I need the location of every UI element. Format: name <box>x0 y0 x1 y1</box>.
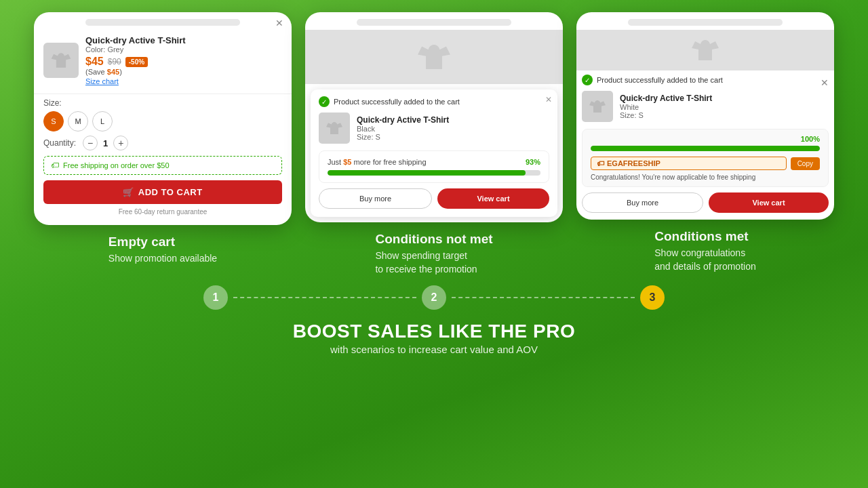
cart-icon-1: 🛒 <box>123 187 134 197</box>
buy-more-btn-3[interactable]: Buy more <box>582 192 703 213</box>
size-chart-link-1[interactable]: Size chart <box>85 77 282 85</box>
phone2-label: Conditions not met Show spending target … <box>375 232 492 276</box>
popup-close-2[interactable]: ✕ <box>545 95 552 104</box>
phone2-scenario-desc: Show spending target to receive the prom… <box>375 249 492 276</box>
size-btn-L-1[interactable]: L <box>92 111 113 131</box>
price-current-1: $45 <box>85 56 104 68</box>
shirt-image-2 <box>324 118 344 138</box>
phone2-bg <box>305 30 563 84</box>
view-cart-btn-2[interactable]: View cart <box>437 188 549 209</box>
qty-plus-btn-1[interactable]: + <box>113 136 128 150</box>
product-thumb-1 <box>43 43 79 78</box>
coupon-code-3: EGAFREESHIP <box>607 159 660 167</box>
view-cart-btn-3[interactable]: View cart <box>709 192 829 213</box>
save-amount-1: $45 <box>107 68 119 76</box>
phone1-label: Empty cart Show promotion available <box>108 235 217 266</box>
popup-product-row-3: Quick-dry Active T-Shirt White Size: S <box>582 91 829 122</box>
phone1: ✕ Quick-dry Active T-Shirt Color: Grey $… <box>34 12 292 225</box>
progress-section-2: Just $5 more for free shipping 93% <box>319 150 549 183</box>
phone3-wrapper: ✕ ✓ Product successfully added to the ca… <box>576 12 834 273</box>
return-guarantee-1: Free 60-day return guarantee <box>34 208 292 222</box>
step-3-circle: 3 <box>640 285 665 310</box>
phone2-wrapper: ✕ ✓ Product successfully added to the ca… <box>305 12 563 276</box>
phone1-close-icon[interactable]: ✕ <box>275 18 283 28</box>
shirt-image-1 <box>49 48 73 73</box>
progress-bar-fill-3 <box>591 146 820 151</box>
success-text-2: Product successfully added to the cart <box>334 98 460 106</box>
product-color-1: Color: Grey <box>85 45 282 54</box>
step-2-circle: 2 <box>422 285 446 310</box>
steps-row: 1 2 3 <box>0 285 868 310</box>
product-info-1: Quick-dry Active T-Shirt Color: Grey $45… <box>85 35 282 85</box>
step-1-circle: 1 <box>203 285 228 310</box>
popup-product-row-2: Quick-dry Active T-Shirt Black Size: S <box>319 113 549 144</box>
success-check-2: ✓ <box>319 96 330 107</box>
product-title-1: Quick-dry Active T-Shirt <box>85 35 282 45</box>
quantity-section-1: Quantity: − 1 + <box>34 136 292 156</box>
coupon-row-3: 🏷 EGAFREESHIP Copy <box>591 157 820 170</box>
qty-value-1: 1 <box>103 138 108 148</box>
tagline-main: BOOST SALES LIKE THE PRO <box>293 321 575 342</box>
quantity-label-1: Quantity: <box>43 138 76 148</box>
progress-pct-2: 93% <box>526 158 540 166</box>
price-row-1: $45 $90 -50% <box>85 56 282 68</box>
coupon-tag-icon-3: 🏷 <box>597 159 604 167</box>
success-header-3: ✓ Product successfully added to the cart <box>582 75 821 85</box>
phone3-scenario-desc: Show congratulations and details of prom… <box>654 247 755 273</box>
discount-badge-1: -50% <box>125 57 148 67</box>
free-shipping-text-1: Free shipping on order over $50 <box>63 161 170 169</box>
qty-minus-btn-1[interactable]: − <box>83 136 98 150</box>
success-check-3: ✓ <box>582 75 593 85</box>
size-section-1: Size: S M L <box>34 98 292 136</box>
congrats-section-3: 100% 🏷 EGAFREESHIP Copy Congratulations!… <box>582 129 829 187</box>
popup-product-title-2: Quick-dry Active T-Shirt <box>357 115 449 125</box>
progress-bar-bg-3 <box>591 146 820 151</box>
progress-label-2: Just $5 more for free shipping <box>328 158 427 166</box>
size-btn-M-1[interactable]: M <box>68 111 88 131</box>
popup-buttons-3: Buy more View cart <box>582 192 829 213</box>
phone2-scenario-title: Conditions not met <box>375 232 492 247</box>
phone3-top-bar <box>628 19 783 26</box>
shirt-image-3-bg <box>688 33 722 67</box>
free-shipping-banner-1: 🏷 Free shipping on order over $50 <box>43 156 282 175</box>
phone1-top-bar <box>85 19 240 26</box>
copy-btn-3[interactable]: Copy <box>791 157 820 170</box>
success-popup-2: ✕ ✓ Product successfully added to the ca… <box>311 89 557 217</box>
price-original-1: $90 <box>108 57 121 66</box>
shirt-image-3 <box>587 96 608 117</box>
popup-product-thumb-2 <box>319 113 350 144</box>
tag-icon-1: 🏷 <box>51 161 59 170</box>
progress-amount-2: $5 <box>343 158 351 166</box>
popup-product-size-2: Size: S <box>357 133 449 141</box>
popup-product-size-3: Size: S <box>620 111 712 119</box>
phones-row: ✕ Quick-dry Active T-Shirt Color: Grey $… <box>0 0 868 276</box>
phone3: ✕ ✓ Product successfully added to the ca… <box>576 12 834 220</box>
buy-more-btn-2[interactable]: Buy more <box>319 188 432 209</box>
progress-pct-3: 100% <box>801 135 820 143</box>
popup-product-title-3: Quick-dry Active T-Shirt <box>620 94 712 103</box>
popup-product-thumb-3 <box>582 91 613 122</box>
coupon-badge-3: 🏷 EGAFREESHIP <box>591 157 787 170</box>
add-to-cart-btn-1[interactable]: 🛒 ADD TO CART <box>43 180 282 204</box>
popup-product-info-2: Quick-dry Active T-Shirt Black Size: S <box>357 115 449 141</box>
product-header-1: Quick-dry Active T-Shirt Color: Grey $45… <box>34 30 292 89</box>
phone1-scenario-title: Empty cart <box>108 235 217 249</box>
phone2-top-bar <box>357 19 511 26</box>
step-dash-2 <box>452 297 635 298</box>
progress-pct-row-3: 100% <box>591 135 820 143</box>
progress-bar-fill-2 <box>328 170 526 176</box>
tagline-section: BOOST SALES LIKE THE PRO with scenarios … <box>293 321 575 355</box>
phone3-label: Conditions met Show congratulations and … <box>654 229 755 273</box>
phone3-scenario-title: Conditions met <box>654 229 755 244</box>
popup-product-color-3: White <box>620 103 712 111</box>
phone3-close-icon[interactable]: ✕ <box>821 77 829 88</box>
step-dash-1 <box>233 297 416 298</box>
qty-controls-1: − 1 + <box>83 136 128 150</box>
popup-product-color-2: Black <box>357 125 449 133</box>
phone3-content: ✕ ✓ Product successfully added to the ca… <box>576 75 834 220</box>
progress-info-2: Just $5 more for free shipping 93% <box>328 158 540 166</box>
progress-bar-bg-2 <box>328 170 540 176</box>
popup-product-info-3: Quick-dry Active T-Shirt White Size: S <box>620 94 712 119</box>
size-btn-S-1[interactable]: S <box>43 111 64 131</box>
phone1-wrapper: ✕ Quick-dry Active T-Shirt Color: Grey $… <box>34 12 292 266</box>
